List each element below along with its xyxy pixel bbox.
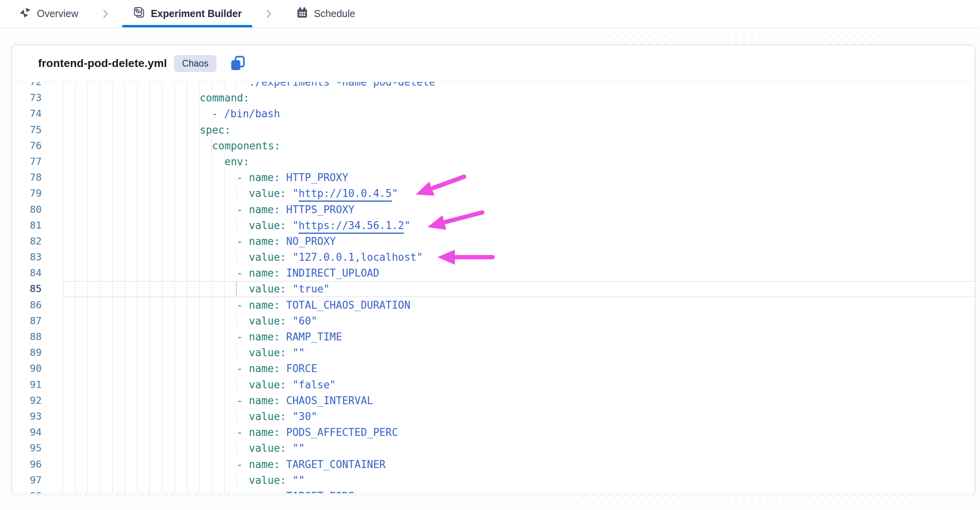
indent-guides (63, 297, 236, 313)
line-number: 80 (12, 202, 42, 218)
indent-guides (63, 202, 236, 218)
code-line[interactable]: 80 - name: HTTPS_PROXY (12, 202, 975, 218)
code-token: " (392, 187, 398, 199)
code-token: " (404, 220, 410, 231)
code-line[interactable]: 96 - name: TARGET_CONTAINER (12, 457, 975, 472)
code-line[interactable]: 82 - name: NO_PROXY (12, 233, 975, 249)
code-line[interactable]: 81 value: "https://34.56.1.2" (12, 218, 975, 233)
code-line[interactable]: 72 ./experiments -name pod-delete (12, 82, 975, 90)
code-line[interactable]: 88 - name: RAMP_TIME (12, 329, 975, 345)
code-line[interactable]: 95 value: "" (12, 440, 975, 456)
line-number: 94 (12, 424, 42, 440)
code-token: " (292, 187, 299, 199)
indent-guides (63, 265, 236, 281)
code-token: : (274, 426, 286, 438)
code-token: - (236, 458, 249, 470)
indent-guides (63, 170, 236, 185)
tab-experiment-builder[interactable]: Experiment Builder (133, 0, 242, 27)
indent-guides (63, 90, 199, 106)
breadcrumb-chevron-icon (266, 9, 272, 19)
tab-overview[interactable]: Overview (19, 0, 78, 27)
code-line[interactable]: 85 value: "true" (12, 281, 975, 297)
code-token: env (224, 156, 243, 168)
code-line[interactable]: 84 - name: INDIRECT_UPLOAD (12, 265, 975, 281)
code-token: : (280, 187, 292, 199)
tab-experiment-builder-label: Experiment Builder (151, 8, 242, 19)
code-token: HTTPS_PROXY (286, 204, 355, 216)
code-token: : (243, 92, 249, 104)
indent-guides (63, 409, 249, 424)
code-line[interactable]: 87 value: "60" (12, 313, 975, 329)
code-line[interactable]: 92 - name: CHAOS_INTERVAL (12, 393, 975, 409)
code-token: TOTAL_CHAOS_DURATION (286, 299, 410, 311)
code-token: TARGET_CONTAINER (286, 458, 385, 470)
code-token: components (212, 140, 274, 152)
code-line[interactable]: 93 value: "30" (12, 409, 975, 424)
code-token: : (280, 474, 292, 486)
code-token: - (236, 363, 249, 374)
code-token: "30" (292, 411, 317, 422)
code-token: : (274, 490, 286, 493)
code-token: "" (292, 347, 305, 359)
copy-button[interactable] (229, 55, 246, 72)
code-line[interactable]: 79 value: "http://10.0.4.5" (12, 185, 975, 201)
code-line[interactable]: 91 value: "false" (12, 377, 975, 393)
code-token: name (249, 458, 274, 470)
breadcrumb-tab-bar: Overview Experiment Builder (0, 0, 980, 28)
code-line[interactable]: 73 command: (12, 90, 975, 106)
line-number: 96 (12, 457, 42, 472)
editor-card-header: frontend-pod-delete.yml Chaos (12, 45, 975, 82)
code-token: INDIRECT_UPLOAD (286, 267, 380, 279)
line-number: 97 (12, 472, 42, 488)
code-token: spec (199, 124, 224, 136)
code-token: : (224, 124, 231, 136)
code-line[interactable]: 86 - name: TOTAL_CHAOS_DURATION (12, 297, 975, 313)
line-number: 83 (12, 249, 42, 265)
indent-guides (63, 106, 212, 122)
code-token: : (274, 172, 286, 183)
indent-guides (63, 377, 249, 393)
tab-overview-label: Overview (37, 8, 78, 19)
line-number: 90 (12, 361, 42, 376)
code-token: name (249, 363, 274, 374)
line-number: 74 (12, 106, 42, 122)
code-token: : (274, 140, 280, 152)
tab-schedule-label: Schedule (314, 8, 355, 19)
code-token: value (249, 411, 280, 422)
code-token: value (249, 315, 280, 327)
code-token: " (292, 220, 299, 231)
code-token: name (249, 395, 274, 407)
code-token: "true" (292, 283, 330, 295)
code-token: CHAOS_INTERVAL (286, 395, 373, 407)
code-token: RAMP_TIME (286, 331, 342, 343)
code-line[interactable]: 97 value: "" (12, 472, 975, 488)
code-token: value (249, 187, 280, 199)
code-token: name (249, 235, 274, 247)
code-token: : (274, 395, 286, 407)
code-line[interactable]: 77 env: (12, 154, 975, 170)
code-area[interactable]: 72 ./experiments -name pod-delete73 comm… (12, 82, 975, 493)
code-line[interactable]: 75 spec: (12, 122, 975, 138)
code-token: : (280, 251, 292, 263)
code-token: : (280, 411, 292, 422)
code-token: name (249, 490, 274, 493)
proxy-link[interactable]: https://34.56.1.2 (299, 220, 404, 234)
code-token: : (243, 156, 249, 168)
line-number: 84 (12, 265, 42, 281)
line-number: 95 (12, 440, 42, 456)
line-number: 78 (12, 170, 42, 185)
code-token: FORCE (286, 363, 317, 374)
code-line[interactable]: 78 - name: HTTP_PROXY (12, 170, 975, 185)
code-line[interactable]: 83 value: "127.0.0.1,localhost" (12, 249, 975, 265)
tab-schedule[interactable]: Schedule (296, 0, 355, 27)
proxy-link[interactable]: http://10.0.4.5 (299, 187, 392, 202)
code-line[interactable]: 74 - /bin/bash (12, 106, 975, 122)
code-line[interactable]: 94 - name: PODS_AFFECTED_PERC (12, 424, 975, 440)
code-line[interactable]: 76 components: (12, 138, 975, 154)
code-line[interactable]: 89 value: "" (12, 345, 975, 361)
code-token: - (236, 172, 249, 183)
line-number: 75 (12, 122, 42, 138)
code-line[interactable]: 90 - name: FORCE (12, 361, 975, 376)
code-token: - (236, 395, 249, 407)
code-line[interactable]: 98 - name: TARGET_PODS (12, 488, 975, 493)
